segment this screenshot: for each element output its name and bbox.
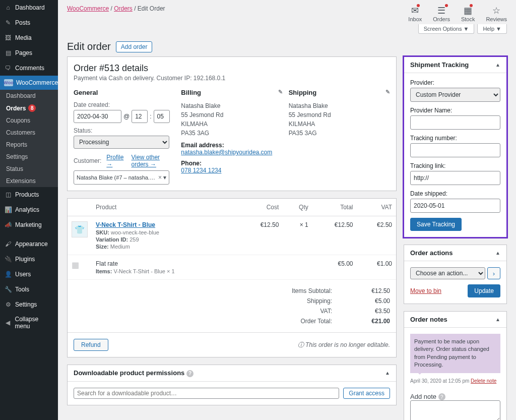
edit-shipping-icon[interactable]: ✎: [385, 89, 390, 96]
sub-extensions[interactable]: Extensions: [0, 175, 58, 187]
profile-link[interactable]: Profile →: [106, 154, 126, 168]
menu-comments[interactable]: 🗨Comments: [0, 61, 58, 76]
tracking-link-input[interactable]: [410, 171, 500, 185]
screen-options-tab[interactable]: Screen Options ▼: [418, 24, 475, 34]
hour-input[interactable]: [132, 110, 148, 123]
shipping-icon: ▦: [72, 261, 79, 269]
menu-media[interactable]: 🖾Media: [0, 30, 58, 45]
menu-posts[interactable]: ✎Posts: [0, 15, 58, 30]
toggle-notes-icon[interactable]: ▲: [495, 317, 500, 322]
sub-reports[interactable]: Reports: [0, 139, 58, 151]
breadcrumb: WooCommerce / Orders / Edit Order: [67, 5, 165, 12]
header-stock[interactable]: ▦Stock: [461, 5, 475, 22]
help-icon[interactable]: ?: [438, 393, 445, 400]
menu-users[interactable]: 👤Users: [0, 267, 58, 282]
media-icon: 🖾: [4, 34, 12, 42]
collapse-menu[interactable]: ◀Collapse menu: [0, 312, 58, 333]
order-heading: Order #513 details: [74, 63, 390, 74]
sub-dashboard[interactable]: Dashboard: [0, 90, 58, 102]
view-orders-link[interactable]: View other orders →: [132, 154, 175, 168]
header-reviews[interactable]: ☆Reviews: [486, 5, 507, 22]
appearance-icon: 🖌: [4, 240, 12, 248]
header-orders[interactable]: ☰Orders: [433, 5, 450, 22]
sub-coupons[interactable]: Coupons: [0, 114, 58, 127]
billing-email-link[interactable]: natasha.blake@shipyouridea.com: [181, 149, 272, 156]
menu-woocommerce[interactable]: WooWooCommerce: [0, 76, 58, 90]
crumb-current: Edit Order: [138, 5, 165, 12]
topbar: WooCommerce / Orders / Edit Order ✉Inbox…: [58, 0, 516, 22]
woo-icon: Woo: [4, 79, 13, 86]
menu-products[interactable]: ◫Products: [0, 187, 58, 202]
provider-name-input[interactable]: [410, 115, 500, 130]
product-thumb: 👕: [72, 221, 88, 237]
toggle-tracking-icon[interactable]: ▲: [495, 62, 500, 68]
menu-plugins[interactable]: 🔌Plugins: [0, 252, 58, 267]
stock-icon: ▦: [461, 5, 475, 16]
add-note-label: Add note ?: [410, 393, 445, 400]
page-header: Edit order Add order: [58, 37, 516, 56]
shipment-tracking-box: Shipment Tracking▲ Provider:Custom Provi…: [404, 56, 507, 237]
order-action-select[interactable]: Choose an action...: [410, 267, 485, 279]
delete-note-link[interactable]: Delete note: [471, 378, 496, 384]
date-created-input[interactable]: [74, 110, 121, 123]
comment-icon: 🗨: [4, 64, 12, 72]
tracking-number-input[interactable]: [410, 143, 500, 157]
menu-tools[interactable]: 🔧Tools: [0, 282, 58, 297]
date-label: Date created:: [74, 101, 175, 108]
move-to-bin-link[interactable]: Move to bin: [410, 287, 441, 294]
woo-submenu: Dashboard Orders8 Coupons Customers Repo…: [0, 90, 58, 187]
billing-phone-link[interactable]: 078 1234 1234: [181, 167, 221, 174]
apply-action-button[interactable]: ›: [487, 267, 500, 279]
status-select[interactable]: Processing: [74, 136, 169, 149]
help-tab[interactable]: Help ▼: [477, 24, 507, 34]
crumb-orders[interactable]: Orders: [114, 5, 133, 12]
shipping-line-row: ▦ Flat rate Items: V-Neck T-Shirt - Blue…: [68, 255, 396, 280]
admin-sidebar: ⌂Dashboard ✎Posts 🖾Media ▤Pages 🗨Comment…: [0, 0, 58, 420]
toggle-actions-icon[interactable]: ▲: [495, 250, 500, 256]
plugins-icon: 🔌: [4, 255, 12, 263]
product-name-link[interactable]: V-Neck T-Shirt - Blue: [96, 221, 155, 228]
chevron-down-icon: ▾: [163, 174, 166, 181]
add-note-textarea[interactable]: [410, 400, 500, 420]
clear-customer-icon[interactable]: ×: [157, 174, 163, 181]
analytics-icon: 📊: [4, 206, 12, 214]
customer-select[interactable]: Natasha Blake (#7 – natasha.blake@… × ▾: [74, 170, 169, 185]
sub-orders[interactable]: Orders8: [0, 102, 58, 114]
menu-appearance[interactable]: 🖌Appearance: [0, 236, 58, 252]
billing-col: Billing✎ Natasha Blake 55 Jesmond Rd KIL…: [181, 89, 282, 185]
toggle-dpp-icon[interactable]: ▲: [385, 370, 390, 376]
general-col: General Date created: @ : Status: Proces…: [74, 89, 175, 185]
main-content: WooCommerce / Orders / Edit Order ✉Inbox…: [58, 0, 516, 420]
menu-settings[interactable]: ⚙Settings: [0, 297, 58, 312]
grant-access-button[interactable]: Grant access: [343, 388, 390, 399]
sub-customers[interactable]: Customers: [0, 127, 58, 139]
header-inbox[interactable]: ✉Inbox: [408, 5, 422, 22]
status-label: Status:: [74, 127, 175, 134]
order-totals: Items Subtotal:€12.50 Shipping:€5.00 VAT…: [68, 280, 396, 332]
settings-icon: ⚙: [4, 301, 12, 309]
update-button[interactable]: Update: [468, 284, 500, 297]
dpp-box: Downloadable product permissions ? ▲ Gra…: [67, 365, 397, 405]
dpp-search-input[interactable]: [74, 388, 339, 399]
refund-button[interactable]: Refund: [74, 339, 108, 351]
provider-select[interactable]: Custom Provider: [410, 88, 500, 102]
tools-icon: 🔧: [4, 285, 12, 293]
menu-dashboard[interactable]: ⌂Dashboard: [0, 0, 58, 15]
menu-marketing[interactable]: 📣Marketing: [0, 217, 58, 232]
order-subheading: Payment via Cash on delivery. Customer I…: [74, 75, 390, 82]
save-tracking-button[interactable]: Save Tracking: [410, 218, 462, 231]
menu-analytics[interactable]: 📊Analytics: [0, 202, 58, 217]
add-order-button[interactable]: Add order: [116, 41, 153, 52]
collapse-icon: ◀: [4, 319, 12, 327]
users-icon: 👤: [4, 270, 12, 278]
general-title: General: [74, 89, 175, 96]
menu-pages[interactable]: ▤Pages: [0, 45, 58, 61]
inbox-icon: ✉: [408, 5, 422, 16]
date-shipped-input[interactable]: [410, 199, 500, 213]
help-icon[interactable]: ?: [186, 370, 194, 377]
crumb-woocommerce[interactable]: WooCommerce: [67, 5, 109, 12]
edit-billing-icon[interactable]: ✎: [278, 89, 283, 96]
sub-settings[interactable]: Settings: [0, 151, 58, 163]
sub-status[interactable]: Status: [0, 163, 58, 175]
minute-input[interactable]: [154, 110, 170, 123]
